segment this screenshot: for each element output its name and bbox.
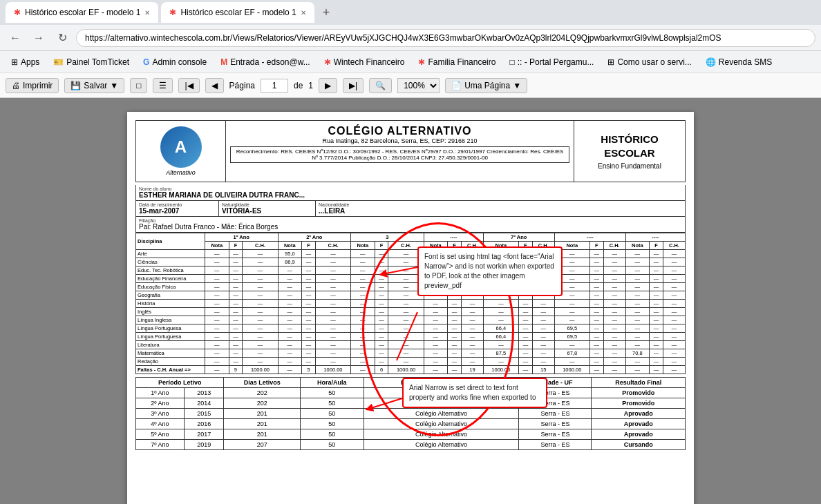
nota-yr7: —: [625, 300, 650, 308]
resultado-cell: Aprovado: [592, 429, 686, 440]
f-yr7: —: [650, 358, 663, 366]
nota-yr7: —: [625, 333, 650, 341]
student-section: Nome do aluno ESTHER MARIANA DE OLIVEIRA…: [135, 185, 686, 233]
icon-btn-2[interactable]: ☰: [153, 78, 173, 93]
f-yr6: —: [589, 275, 603, 283]
url-bar[interactable]: [76, 29, 815, 47]
nota-yr5: —: [483, 300, 518, 308]
forward-button[interactable]: →: [29, 28, 48, 48]
f-yr7: —: [650, 283, 663, 291]
ch-yr2: —: [315, 324, 350, 333]
bookmark-portal[interactable]: □ :: - Portal Pergamu...: [504, 55, 599, 69]
nota-yr6: —: [554, 341, 589, 349]
student-name-cell: Nome do aluno ESTHER MARIANA DE OLIVEIRA…: [136, 185, 685, 200]
nota-yr2: 86,9: [278, 258, 302, 266]
tab-favicon-1: ✱: [14, 8, 21, 17]
faltas-cell: 6: [375, 366, 388, 374]
f-yr2: —: [302, 275, 316, 283]
nota-yr3: —: [351, 275, 375, 283]
ch-yr2: —: [315, 333, 350, 341]
browser-tab-1[interactable]: ✱ Histórico escolar EF - modelo 1 ✕: [6, 2, 158, 23]
revenda-icon: 🌐: [706, 57, 716, 67]
nota-yr7: —: [625, 275, 650, 283]
f6: F: [589, 242, 603, 250]
bookmark-wintech[interactable]: ✱ Wintech Financeiro: [319, 55, 410, 69]
nota-yr2: —: [278, 275, 302, 283]
ano1-header: 1º Ano: [205, 233, 279, 242]
f-yr3: —: [375, 266, 388, 275]
refresh-button[interactable]: ↻: [53, 28, 72, 48]
next-page-btn[interactable]: ▶: [319, 78, 337, 93]
page-label: Página: [229, 81, 255, 90]
nota-yr4: —: [424, 308, 448, 316]
nacionalidade-label: Nacionalidade: [319, 202, 682, 207]
periodo-cell: 7º Ano: [136, 440, 185, 450]
ano2-header: 2º Ano: [278, 233, 351, 242]
f-yr1: —: [229, 333, 243, 341]
ch-yr6: —: [603, 324, 625, 333]
ch-yr5: —: [532, 324, 554, 333]
bookmark-tomticket[interactable]: 🎫 Painel TomTicket: [48, 55, 135, 69]
page-number-input[interactable]: [261, 79, 288, 93]
doc-type-title: HISTÓRICOESCOLAR: [601, 133, 658, 159]
bookmark-apps[interactable]: ⊞ Apps: [6, 55, 45, 69]
year-cell: 2017: [184, 429, 224, 440]
new-tab-button[interactable]: +: [317, 3, 336, 23]
bookmark-como[interactable]: ⊞ Como usar o servi...: [602, 55, 697, 69]
dias-header: Dias Letivos: [224, 378, 301, 388]
f-yr6: —: [589, 308, 603, 316]
ch-yr6: —: [603, 275, 625, 283]
f-yr3: —: [375, 308, 388, 316]
nota-yr1: —: [205, 258, 229, 266]
bookmark-revenda[interactable]: 🌐 Revenda SMS: [700, 55, 777, 69]
bookmarks-bar: ⊞ Apps 🎫 Painel TomTicket G Admin consol…: [0, 51, 821, 73]
nota-yr3: —: [351, 258, 375, 266]
lower-table-row: 5º Ano201720150Colégio AlternativoSerra …: [136, 429, 686, 440]
nota-yr3: —: [351, 250, 375, 258]
ch-yr3: —: [388, 358, 424, 366]
ch-yr1: —: [243, 258, 278, 266]
ch-yr3: —: [388, 308, 424, 316]
browser-tab-2[interactable]: ✱ Histórico escolar EF - modelo 1 ✕: [161, 2, 314, 23]
cidade-cell: Serra - ES: [519, 409, 592, 419]
nota-yr2: —: [278, 333, 302, 341]
f2: F: [302, 242, 316, 250]
ch-yr7: —: [663, 283, 685, 291]
save-dropdown-icon: ▼: [110, 81, 118, 90]
f-yr2: —: [302, 341, 316, 349]
nota-yr6: —: [554, 300, 589, 308]
bookmark-admin[interactable]: G Admin console: [138, 55, 212, 69]
first-page-btn[interactable]: |◀: [178, 78, 199, 93]
nota-yr7: —: [625, 250, 650, 258]
bookmark-entrada[interactable]: M Entrada - edson@w...: [215, 55, 316, 69]
bookmark-familia[interactable]: ✱ Familia Financeiro: [413, 55, 501, 69]
save-button[interactable]: 💾 Salvar ▼: [64, 78, 124, 93]
icon-btn-1[interactable]: □: [130, 78, 147, 93]
f-yr2: —: [302, 316, 316, 324]
tab-close-1[interactable]: ✕: [144, 9, 150, 17]
nota-yr1: —: [205, 324, 229, 333]
f-yr5: —: [518, 308, 532, 316]
nota-yr1: —: [205, 291, 229, 300]
f-yr1: —: [229, 291, 243, 300]
view-button[interactable]: 📄 Uma Página ▼: [445, 78, 527, 93]
last-page-btn[interactable]: ▶|: [343, 78, 364, 93]
tab-close-2[interactable]: ✕: [301, 9, 306, 17]
nota-yr6: 67,8: [554, 349, 589, 358]
back-button[interactable]: ←: [6, 28, 25, 48]
print-button[interactable]: 🖨 Imprimir: [6, 78, 59, 93]
search-btn[interactable]: 🔍: [369, 78, 392, 93]
prev-page-btn[interactable]: ◀: [205, 78, 224, 93]
zoom-select[interactable]: 100%: [397, 78, 440, 93]
lower-table-row: 7º Ano201920750Colégio AlternativoSerra …: [136, 440, 686, 450]
f-yr5: —: [518, 324, 532, 333]
subject-cell: Língua Inglesa: [136, 316, 205, 324]
ch-yr2: —: [315, 291, 350, 300]
nota-yr4: —: [424, 324, 448, 333]
ch-yr2: —: [315, 316, 350, 324]
f-yr7: —: [650, 275, 663, 283]
f-yr4: —: [448, 316, 462, 324]
ch-yr2: —: [315, 266, 350, 275]
subject-cell: Redação: [136, 358, 205, 366]
logo-text: Alternativo: [160, 169, 202, 176]
